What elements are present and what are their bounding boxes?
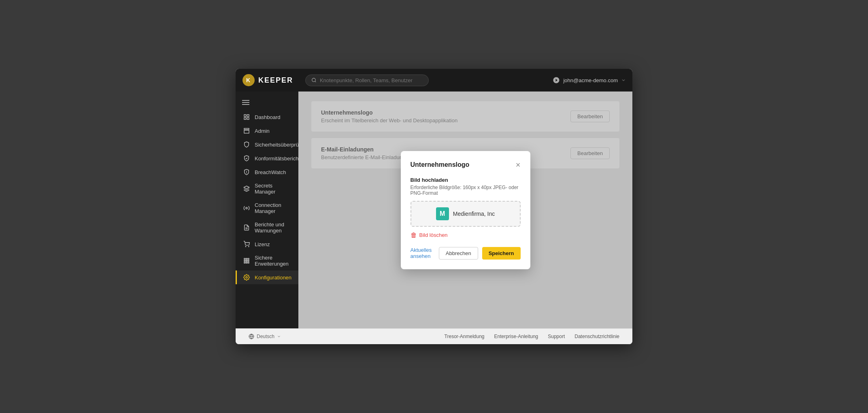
language-chevron-icon <box>277 334 281 338</box>
svg-rect-24 <box>244 260 245 262</box>
sidebar-item-connection[interactable]: Connection Manager <box>236 198 298 218</box>
hamburger-icon <box>242 100 249 105</box>
user-email: john@acme-demo.com <box>563 77 618 83</box>
dashboard-icon <box>243 114 251 120</box>
company-initial: M <box>440 210 445 217</box>
lizenz-label: Lizenz <box>255 241 270 247</box>
unternehmenslogo-modal: Unternehmenslogo × Bild hochladen Erford… <box>401 151 530 269</box>
view-current-link[interactable]: Aktuelles ansehen <box>411 247 439 259</box>
svg-line-3 <box>315 81 316 82</box>
admin-icon <box>243 128 251 134</box>
hamburger-menu[interactable] <box>236 96 298 109</box>
sidebar-item-konfigurationen[interactable]: Konfigurationen <box>236 270 298 284</box>
lizenz-icon <box>243 241 251 247</box>
modal-buttons: Abbrechen Speichern <box>439 247 521 260</box>
keeper-logo-icon: K <box>242 74 255 87</box>
sidebar: Dashboard Admin Sicherheitsüberprüfung <box>236 92 298 328</box>
sidebar-item-lizenz[interactable]: Lizenz <box>236 237 298 251</box>
upload-label: Bild hochladen <box>411 177 521 183</box>
language-label: Deutsch <box>257 334 274 339</box>
svg-rect-12 <box>244 130 249 133</box>
svg-rect-7 <box>244 115 246 117</box>
company-name: Medienfirma, Inc <box>453 211 495 217</box>
footer: Deutsch Tresor-Anmeldung Enterprise-Anle… <box>236 328 632 344</box>
svg-rect-22 <box>246 258 247 260</box>
trash-icon: 🗑 <box>411 232 417 239</box>
chevron-down-icon <box>621 78 626 83</box>
account-icon <box>553 77 560 84</box>
svg-rect-28 <box>246 262 247 263</box>
svg-point-14 <box>247 173 247 173</box>
svg-point-16 <box>246 207 247 209</box>
search-icon <box>311 77 317 83</box>
modal-header: Unternehmenslogo × <box>411 161 521 169</box>
sidebar-item-sicherheit[interactable]: Sicherheitsüberprüfung <box>236 138 298 151</box>
konfigurationen-icon <box>243 274 251 281</box>
secrets-icon <box>243 185 251 192</box>
footer-language[interactable]: Deutsch <box>249 334 281 339</box>
user-menu[interactable]: john@acme-demo.com <box>553 77 626 84</box>
svg-rect-21 <box>244 258 245 260</box>
app-window: K KEEPER john@acme-demo.com <box>236 69 632 344</box>
svg-point-30 <box>246 277 247 278</box>
content: Unternehmenslogo Erscheint im Titelberei… <box>298 92 632 328</box>
erweiterungen-label: Sichere Erweiterungen <box>255 255 292 267</box>
logo-preview[interactable]: M Medienfirma, Inc <box>411 201 521 227</box>
save-button[interactable]: Speichern <box>482 247 521 260</box>
sidebar-item-breachwatch[interactable]: BreachWatch <box>236 165 298 179</box>
sidebar-item-secrets[interactable]: Secrets Manager <box>236 179 298 198</box>
footer-link-datenschutz[interactable]: Datenschutzrichtlinie <box>574 334 619 339</box>
berichte-label: Berichte und Warnungen <box>255 221 292 234</box>
svg-rect-8 <box>247 115 249 117</box>
sidebar-item-admin[interactable]: Admin <box>236 124 298 138</box>
konformitat-label: Konformitätsberichte <box>255 155 303 162</box>
delete-image-link[interactable]: Bild löschen <box>419 232 448 238</box>
modal-actions: Aktuelles ansehen Abbrechen Speichern <box>411 247 521 260</box>
breachwatch-icon <box>243 169 251 175</box>
header: K KEEPER john@acme-demo.com <box>236 69 632 92</box>
erweiterungen-icon <box>243 258 251 264</box>
logo-text: KEEPER <box>258 76 293 85</box>
svg-point-19 <box>245 246 246 247</box>
konformitat-icon <box>243 155 251 162</box>
modal-title: Unternehmenslogo <box>411 161 470 168</box>
modal-close-button[interactable]: × <box>516 161 521 169</box>
svg-rect-27 <box>244 262 245 263</box>
secrets-label: Secrets Manager <box>255 183 292 195</box>
sidebar-item-dashboard[interactable]: Dashboard <box>236 110 298 124</box>
connection-label: Connection Manager <box>255 202 292 214</box>
svg-rect-29 <box>248 262 249 263</box>
sidebar-item-konformitat[interactable]: Konformitätsberichte <box>236 151 298 165</box>
connection-icon <box>243 205 251 211</box>
konfigurationen-label: Konfigurationen <box>255 275 291 281</box>
breachwatch-label: BreachWatch <box>255 169 286 175</box>
company-avatar: M <box>436 207 449 220</box>
sidebar-item-berichte[interactable]: Berichte und Warnungen <box>236 218 298 237</box>
footer-links: Tresor-Anmeldung Enterprise-Anleitung Su… <box>445 334 619 339</box>
cancel-button[interactable]: Abbrechen <box>439 247 478 260</box>
footer-link-support[interactable]: Support <box>548 334 565 339</box>
svg-rect-26 <box>248 260 249 262</box>
globe-icon <box>249 334 254 339</box>
svg-point-2 <box>312 78 316 82</box>
svg-point-20 <box>249 246 249 247</box>
modal-overlay: Unternehmenslogo × Bild hochladen Erford… <box>298 92 632 328</box>
search-bar[interactable] <box>305 75 429 86</box>
sidebar-item-erweiterungen[interactable]: Sichere Erweiterungen <box>236 251 298 270</box>
svg-rect-25 <box>246 260 247 262</box>
delete-row: 🗑 Bild löschen <box>411 232 521 239</box>
dashboard-label: Dashboard <box>255 114 281 120</box>
sicherheit-icon <box>243 141 251 148</box>
main-layout: Dashboard Admin Sicherheitsüberprüfung <box>236 92 632 328</box>
search-input[interactable] <box>320 77 423 83</box>
berichte-icon <box>243 224 251 231</box>
svg-text:K: K <box>246 77 251 83</box>
logo: K KEEPER <box>242 74 299 87</box>
svg-rect-23 <box>248 258 249 260</box>
upload-hint: Erforderliche Bildgröße: 160px x 40px JP… <box>411 185 521 196</box>
admin-label: Admin <box>255 128 270 134</box>
footer-link-enterprise[interactable]: Enterprise-Anleitung <box>494 334 538 339</box>
svg-rect-11 <box>244 128 249 130</box>
footer-link-tresor[interactable]: Tresor-Anmeldung <box>445 334 485 339</box>
svg-marker-15 <box>244 186 249 189</box>
